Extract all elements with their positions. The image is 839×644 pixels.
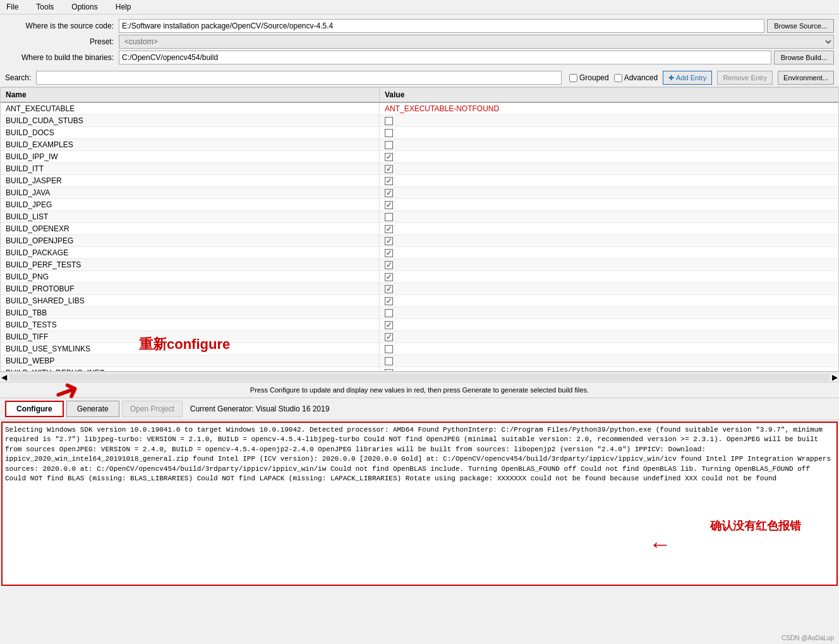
table-header: Name Value	[1, 88, 838, 103]
menu-options[interactable]: Options	[68, 1, 101, 13]
checkbox-value[interactable]	[385, 261, 393, 269]
grouped-checkbox-wrap[interactable]: Grouped	[569, 73, 609, 82]
checkbox-value[interactable]	[385, 141, 393, 149]
table-row[interactable]: BUILD_JAVA	[1, 187, 838, 199]
table-row[interactable]: BUILD_JASPER	[1, 175, 838, 187]
checkbox-value[interactable]	[385, 237, 393, 245]
table-row[interactable]: BUILD_EXAMPLES	[1, 139, 838, 151]
table-row[interactable]: BUILD_TIFF	[1, 331, 838, 343]
col-name-header: Name	[1, 88, 380, 102]
table-row[interactable]: BUILD_LIST	[1, 211, 838, 223]
cell-value	[380, 235, 838, 246]
hscroll-right-arrow[interactable]: ▶	[831, 373, 839, 382]
checkbox-value[interactable]	[385, 213, 393, 221]
table-row[interactable]: BUILD_IPP_IW	[1, 151, 838, 163]
table-row[interactable]: BUILD_USE_SYMLINKS	[1, 343, 838, 355]
hscroll-track[interactable]	[9, 374, 830, 381]
table-row[interactable]: BUILD_WEBP	[1, 355, 838, 367]
checkbox-value[interactable]	[385, 285, 393, 293]
remove-entry-button[interactable]: Remove Entry	[717, 71, 773, 85]
col-value-header: Value	[380, 88, 838, 102]
grouped-label: Grouped	[579, 73, 609, 82]
cell-value	[380, 367, 838, 372]
cell-name: BUILD_WITH_DEBUG_INFO	[1, 367, 380, 372]
table-row[interactable]: BUILD_SHARED_LIBS	[1, 295, 838, 307]
add-entry-label: Add Entry	[676, 74, 706, 82]
checkbox-value[interactable]	[385, 201, 393, 209]
browse-build-button[interactable]: Browse Build...	[774, 51, 834, 64]
hscroll-left-arrow[interactable]: ◀	[0, 373, 8, 382]
search-input[interactable]	[36, 71, 562, 85]
checkbox-value[interactable]	[385, 345, 393, 353]
cell-name: BUILD_PERF_TESTS	[1, 259, 380, 270]
table-row[interactable]: BUILD_TBB	[1, 307, 838, 319]
checkbox-value[interactable]	[385, 117, 393, 125]
preset-label: Preset:	[5, 37, 119, 46]
table-row[interactable]: BUILD_OPENJPEG	[1, 235, 838, 247]
menu-tools[interactable]: Tools	[32, 1, 57, 13]
add-entry-button[interactable]: ✚ Add Entry	[663, 71, 712, 85]
source-label: Where is the source code:	[5, 21, 119, 30]
menu-file[interactable]: File	[3, 1, 22, 13]
checkbox-value[interactable]	[385, 309, 393, 317]
remove-entry-label: Remove Entry	[723, 74, 767, 82]
advanced-checkbox-wrap[interactable]: Advanced	[614, 73, 658, 82]
cell-name: BUILD_LIST	[1, 211, 380, 222]
cell-value	[380, 163, 838, 174]
checkbox-value[interactable]	[385, 333, 393, 341]
checkbox-value[interactable]	[385, 153, 393, 161]
checkbox-value[interactable]	[385, 273, 393, 281]
table-row[interactable]: BUILD_OPENEXR	[1, 223, 838, 235]
cell-value	[380, 283, 838, 295]
browse-source-button[interactable]: Browse Source...	[767, 19, 834, 33]
checkbox-value[interactable]	[385, 321, 393, 329]
checkbox-value[interactable]	[385, 129, 393, 137]
watermark: CSDN @AoDaLup	[782, 635, 834, 641]
table-row[interactable]: BUILD_WITH_DEBUG_INFO	[1, 367, 838, 372]
table-row[interactable]: BUILD_PNG	[1, 271, 838, 283]
table-row[interactable]: BUILD_TESTS	[1, 319, 838, 331]
environment-button[interactable]: Environment...	[778, 71, 834, 85]
checkbox-value[interactable]	[385, 357, 393, 365]
horizontal-scrollbar[interactable]: ◀ ▶	[0, 372, 839, 382]
build-input[interactable]	[119, 51, 771, 64]
source-input[interactable]	[119, 19, 764, 33]
menu-help[interactable]: Help	[112, 1, 135, 13]
checkbox-value[interactable]	[385, 369, 393, 372]
table-row[interactable]: BUILD_PERF_TESTS	[1, 259, 838, 271]
form-area: Where is the source code: Browse Source.…	[0, 15, 839, 69]
configure-button[interactable]: Configure	[5, 401, 64, 417]
table-row[interactable]: BUILD_DOCS	[1, 127, 838, 139]
checkbox-value[interactable]	[385, 165, 393, 173]
table-row[interactable]: BUILD_JPEG	[1, 199, 838, 211]
table-row[interactable]: BUILD_CUDA_STUBS	[1, 115, 838, 127]
cell-name: BUILD_WEBP	[1, 355, 380, 367]
generate-button[interactable]: Generate	[66, 401, 119, 417]
table-row[interactable]: BUILD_ITT	[1, 163, 838, 175]
build-row: Where to build the binaries: Browse Buil…	[5, 51, 834, 64]
cell-value	[380, 151, 838, 162]
preset-select[interactable]: <custom>	[119, 35, 834, 49]
cell-value	[380, 259, 838, 270]
grouped-checkbox[interactable]	[569, 74, 577, 82]
checkbox-value[interactable]	[385, 297, 393, 305]
checkbox-value[interactable]	[385, 249, 393, 257]
cell-name: BUILD_OPENEXR	[1, 223, 380, 234]
open-project-button[interactable]: Open Project	[122, 401, 183, 417]
table-row[interactable]: ANT_EXECUTABLEANT_EXECUTABLE-NOTFOUND	[1, 103, 838, 115]
advanced-checkbox[interactable]	[614, 74, 622, 82]
checkbox-value[interactable]	[385, 189, 393, 197]
cell-value	[380, 295, 838, 307]
table-row[interactable]: BUILD_PROTOBUF	[1, 283, 838, 295]
cell-name: BUILD_JASPER	[1, 175, 380, 186]
cell-name: BUILD_USE_SYMLINKS	[1, 343, 380, 355]
table-row[interactable]: BUILD_PACKAGE	[1, 247, 838, 259]
log-area[interactable]: Selecting Windows SDK version 10.0.19041…	[1, 422, 838, 586]
status-message: Press Configure to update and display ne…	[0, 382, 839, 398]
cell-name: ANT_EXECUTABLE	[1, 103, 380, 114]
cell-value	[380, 175, 838, 186]
checkbox-value[interactable]	[385, 177, 393, 185]
generator-label: Current Generator: Visual Studio 16 2019	[190, 404, 330, 413]
checkbox-value[interactable]	[385, 225, 393, 233]
advanced-label: Advanced	[624, 73, 658, 82]
